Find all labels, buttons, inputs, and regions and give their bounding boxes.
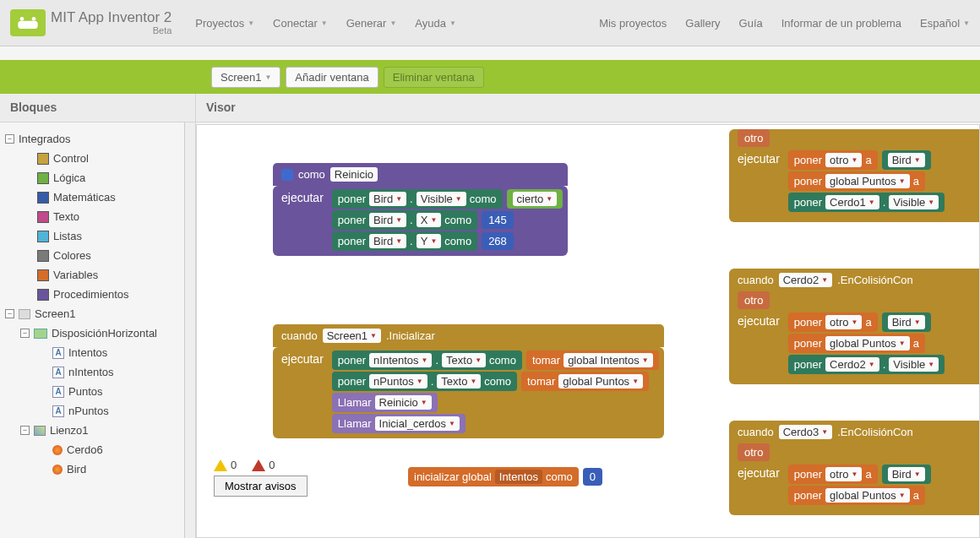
tree-integrados[interactable]: − Integrados [3,129,192,149]
tree-lienzo[interactable]: − Lienzo1 [3,421,192,440]
nav-mis-proyectos[interactable]: Mis proyectos [599,17,667,30]
chevron-down-icon: ▼ [321,19,328,27]
tree-cat-matemáticas[interactable]: Matemáticas [3,187,192,207]
col-visor: Visor [196,94,980,122]
nav-proyectos[interactable]: Proyectos▼ [195,17,254,30]
set-var-block[interactable]: poner otro▼ a [788,150,878,170]
tree-sprite-Bird[interactable]: Bird [3,459,192,479]
add-window-button[interactable]: Añadir ventana [286,67,378,88]
set-var-block[interactable]: poner otro▼ a [788,465,878,484]
tree-hdisp[interactable]: − DisposiciónHorizontal [3,323,192,343]
nav-generar[interactable]: Generar▼ [346,17,397,30]
tree-label-Puntos[interactable]: APuntos [3,382,192,401]
label-icon: A [52,367,64,378]
chevron-down-icon: ▼ [248,19,254,27]
call-block[interactable]: Llamar Inicial_cerdos▼ [332,414,466,433]
main: − Integrados ControlLógicaMatemáticasTex… [0,122,980,538]
chevron-down-icon: ▼ [963,19,970,27]
proc-name-input[interactable]: Reinicio [330,167,378,182]
nav-ayuda[interactable]: Ayuda▼ [415,17,456,30]
category-color-icon [37,211,49,223]
app-inventor-logo [10,9,46,36]
tree-screen1[interactable]: − Screen1 [3,304,192,323]
column-headers: Bloques Visor [0,94,980,122]
call-block[interactable]: Llamar Reinicio▼ [332,393,438,412]
ejecutar-label: ejecutar [273,186,332,256]
block-global-init[interactable]: inicializar global Intentos como 0 [408,467,602,486]
ejecutar-label: ejecutar [273,347,332,438]
collapse-icon[interactable]: − [5,309,14,318]
brand: MIT App Inventor 2 Beta [51,10,172,36]
setter-block[interactable]: poner Cerdo1▼ . Visible▼ [788,193,945,212]
tree-cat-lógica[interactable]: Lógica [3,168,192,187]
set-var-block[interactable]: poner global Puntos▼ a [788,486,925,505]
collapse-icon[interactable]: − [20,329,30,338]
mostrar-avisos-button[interactable]: Mostrar avisos [214,476,308,497]
block-event-cerdo3[interactable]: cuandoCerdo3▼.EnColisiónCon otro ejecuta… [729,421,980,515]
getter-block[interactable]: tomar global Intentos▼ [526,351,659,370]
setter-block[interactable]: poner Bird▼ . Visible▼ como [332,189,503,209]
setter-block[interactable]: poner Bird▼ . Y▼ como [332,231,477,251]
getter-block[interactable]: tomar global Puntos▼ [521,372,649,391]
set-var-block[interactable]: poner otro▼ a [788,312,878,332]
collapse-icon[interactable]: − [20,426,30,435]
gear-icon[interactable] [281,169,293,181]
error-icon [252,459,265,471]
block-proc-reinicio[interactable]: comoReinicio ejecutar poner Bird▼ . Visi… [273,163,568,261]
col-bloques: Bloques [0,94,196,122]
nav-language[interactable]: Español▼ [920,17,970,30]
setter-block[interactable]: poner Cerdo2▼ . Visible▼ [788,355,945,374]
block-event-col-top[interactable]: otro ejecutar poner otro▼ aBird▼poner gl… [729,129,980,222]
tree-label-Intentos[interactable]: AIntentos [3,343,192,362]
setter-block[interactable]: poner Bird▼ . X▼ como [332,210,477,230]
screen-selector[interactable]: Screen1▼ [211,67,280,88]
tree-cat-variables[interactable]: Variables [3,265,192,285]
collapse-icon[interactable]: − [5,134,14,144]
tree-cat-colores[interactable]: Colores [3,246,192,265]
value-block[interactable]: Bird▼ [882,150,931,170]
tree-sprite-Cerdo6[interactable]: Cerdo6 [3,440,192,459]
value-block[interactable]: Bird▼ [882,312,931,332]
topnav-right: Mis proyectos Gallery Guía Informar de u… [599,17,970,30]
category-color-icon [37,269,49,281]
chevron-down-icon: ▼ [449,19,456,27]
topbar: MIT App Inventor 2 Beta Proyectos▼ Conec… [0,0,980,46]
set-var-block[interactable]: poner global Puntos▼ a [788,171,925,191]
nav-gallery[interactable]: Gallery [685,17,720,30]
tree-cat-listas[interactable]: Listas [3,226,192,246]
tree-label-nPuntos[interactable]: AnPuntos [3,401,192,421]
tree-cat-procedimientos[interactable]: Procedimientos [3,285,192,304]
label-icon: A [52,405,64,417]
blocks-canvas[interactable]: comoReinicio ejecutar poner Bird▼ . Visi… [196,124,980,538]
blocks-tree[interactable]: − Integrados ControlLógicaMatemáticasTex… [0,122,196,538]
label-icon: A [52,347,64,359]
topnav-left: Proyectos▼ Conectar▼ Generar▼ Ayuda▼ [195,17,456,30]
nav-guia[interactable]: Guía [739,17,763,30]
delete-window-button[interactable]: Eliminar ventana [384,67,484,88]
setter-block[interactable]: poner nPuntos▼ . Texto▼ como [332,372,517,391]
canvas-icon [34,426,46,436]
hlayout-icon [34,329,47,339]
param-otro[interactable]: otro [738,291,770,309]
screen-toolbar: Screen1▼ Añadir ventana Eliminar ventana [0,60,980,94]
nav-conectar[interactable]: Conectar▼ [273,17,328,30]
block-event-cerdo2[interactable]: cuandoCerdo2▼.EnColisiónCon otro ejecuta… [729,269,980,384]
num-value[interactable]: 0 [583,468,602,486]
tree-cat-texto[interactable]: Texto [3,207,192,226]
sprite-icon [52,445,63,455]
param-otro[interactable]: otro [738,443,770,461]
category-color-icon [37,153,49,165]
param-otro[interactable]: otro [738,129,770,147]
svg-point-0 [20,17,24,21]
setter-block[interactable]: poner nIntentos▼ . Texto▼ como [332,351,522,370]
screen-icon [19,309,30,319]
obj-dd[interactable]: Screen1▼ [323,329,381,343]
nav-informar[interactable]: Informar de un problema [781,17,901,30]
tree-label-nIntentos[interactable]: AnIntentos [3,362,192,382]
value-block[interactable]: Bird▼ [882,465,931,484]
category-color-icon [37,250,49,262]
sprite-icon [52,465,63,475]
tree-cat-control[interactable]: Control [3,149,192,168]
block-event-screen-init[interactable]: cuandoScreen1▼.Inicializar ejecutar pone… [273,324,664,443]
set-var-block[interactable]: poner global Puntos▼ a [788,334,925,353]
